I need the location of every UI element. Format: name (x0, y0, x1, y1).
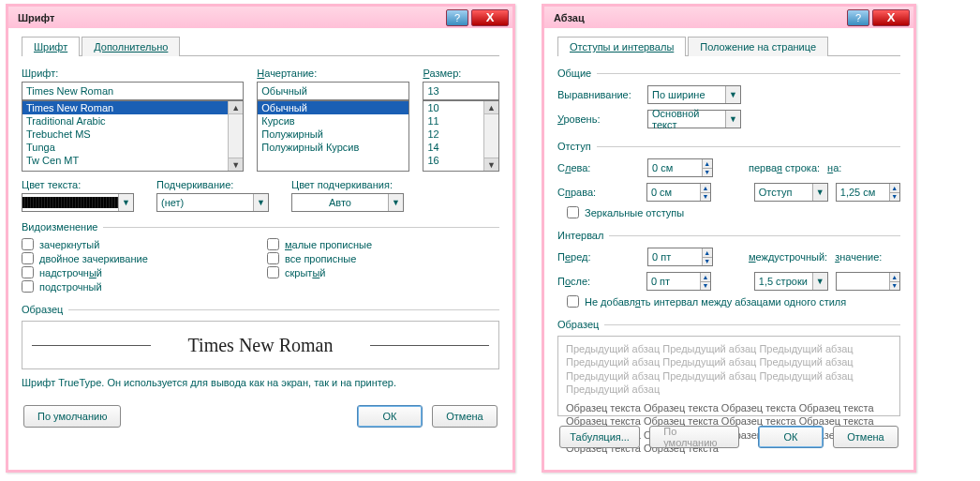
default-button[interactable]: По умолчанию (23, 405, 121, 428)
sample-text: Times New Roman (151, 335, 371, 356)
list-item[interactable]: Traditional Arabic (22, 114, 243, 128)
list-item[interactable]: Обычный (258, 101, 408, 114)
cancel-button[interactable]: Отмена (432, 405, 497, 428)
before-spin[interactable]: ▲▼ (647, 248, 713, 266)
chk-strike[interactable]: зачеркнутый (22, 238, 254, 250)
font-dialog: Шрифт ? X Шрифт Дополнительно Шрифт: Tim… (6, 4, 515, 473)
level-label: Уровень: (557, 113, 640, 125)
tabs: Шрифт Дополнительно (22, 36, 499, 56)
tab-font[interactable]: Шрифт (22, 37, 80, 56)
chk-nospace[interactable]: Не добавлять интервал между абзацами одн… (567, 295, 900, 308)
indent-group: Отступ (557, 141, 900, 152)
cancel-button[interactable]: Отмена (833, 426, 898, 448)
list-item[interactable]: Полужирный (258, 128, 408, 141)
list-item[interactable]: Tunga (22, 141, 243, 154)
text-color-label: Цвет текста: (22, 179, 143, 190)
help-button[interactable]: ? (446, 9, 468, 26)
sample-box: Times New Roman (22, 321, 499, 369)
sample-group: Образец (557, 319, 900, 330)
underline-label: Подчеркивание: (156, 179, 278, 190)
chk-hidden[interactable]: скрытый (267, 266, 499, 278)
scrollbar[interactable]: ▲▼ (228, 101, 243, 171)
paragraph-dialog: Абзац ? X Отступы и интервалы Положение … (542, 4, 916, 473)
ok-button[interactable]: ОК (357, 405, 423, 428)
left-spin[interactable]: ▲▼ (647, 158, 713, 177)
tab-indents[interactable]: Отступы и интервалы (557, 37, 686, 56)
firstline-by-spin[interactable]: ▲▼ (836, 183, 900, 202)
list-item[interactable]: Times New Roman (22, 101, 243, 114)
paragraph-sample: Предыдущий абзац Предыдущий абзац Предыд… (557, 336, 900, 416)
left-label: Слева: (557, 162, 640, 173)
dialog-title: Абзац (554, 12, 844, 23)
default-button[interactable]: По умолчанию (649, 426, 739, 448)
common-group: Общие (557, 68, 900, 79)
sample-group: Образец (22, 304, 499, 315)
underline-combo[interactable]: (нет)▼ (156, 193, 269, 212)
linespacing-label: междустрочный: (749, 251, 827, 263)
by-label: на: (827, 162, 841, 173)
tabs-button[interactable]: Табуляция... (559, 426, 640, 448)
text-color-combo[interactable]: .▼ (22, 193, 134, 212)
scrollbar[interactable]: ▲▼ (483, 101, 498, 171)
effects-group: Видоизменение (22, 221, 499, 233)
firstline-label: первая строка: (749, 162, 820, 173)
style-listbox[interactable]: Обычный Курсив Полужирный Полужирный Кур… (257, 100, 409, 172)
firstline-combo[interactable]: Отступ▼ (754, 183, 828, 202)
font-listbox[interactable]: Times New Roman Traditional Arabic Trebu… (22, 100, 244, 172)
right-label: Справа: (557, 187, 639, 198)
linespacing-combo[interactable]: 1,5 строки▼ (754, 272, 828, 291)
align-combo[interactable]: По ширине▼ (647, 85, 741, 104)
chk-smallcaps[interactable]: малые прописные (267, 238, 499, 250)
level-combo[interactable]: Основной текст▼ (647, 110, 741, 128)
style-label: Начертание: (257, 68, 409, 79)
tab-advanced[interactable]: Дополнительно (82, 37, 180, 56)
interval-group: Интервал (557, 230, 900, 241)
titlebar[interactable]: Абзац ? X (544, 4, 913, 28)
chk-sub[interactable]: подстрочный (22, 280, 254, 293)
close-button[interactable]: X (872, 9, 910, 26)
tabs: Отступы и интервалы Положение на страниц… (557, 36, 900, 56)
right-spin[interactable]: ▲▼ (646, 183, 711, 202)
size-label: Размер: (423, 68, 499, 79)
tab-position[interactable]: Положение на странице (688, 37, 828, 56)
size-input[interactable] (423, 82, 499, 100)
underline-color-combo[interactable]: Авто▼ (291, 193, 404, 212)
list-item[interactable]: Trebuchet MS (22, 128, 243, 141)
align-label: Выравнивание: (557, 89, 640, 100)
close-button[interactable]: X (471, 9, 509, 26)
value-label: значение: (835, 251, 882, 263)
chk-allcaps[interactable]: все прописные (267, 252, 499, 264)
font-label: Шрифт: (22, 68, 244, 79)
dialog-title: Шрифт (18, 12, 443, 23)
style-input[interactable] (257, 82, 409, 100)
after-label: После: (557, 276, 639, 287)
before-label: Перед: (557, 251, 640, 263)
size-listbox[interactable]: 10 11 12 14 16 ▲▼ (423, 100, 499, 172)
ok-button[interactable]: ОК (758, 426, 824, 448)
info-text: Шрифт TrueType. Он используется для выво… (22, 377, 499, 388)
list-item[interactable]: Курсив (258, 114, 408, 128)
list-item[interactable]: Полужирный Курсив (258, 141, 408, 154)
chk-super[interactable]: надстрочный (22, 266, 254, 278)
font-input[interactable] (22, 82, 244, 100)
chk-dblstrike[interactable]: двойное зачеркивание (22, 252, 254, 264)
help-button[interactable]: ? (847, 9, 869, 26)
linespacing-value-spin[interactable]: ▲▼ (836, 272, 900, 291)
list-item[interactable]: Tw Cen MT (22, 154, 243, 167)
after-spin[interactable]: ▲▼ (646, 272, 711, 291)
titlebar[interactable]: Шрифт ? X (8, 4, 512, 28)
underline-color-label: Цвет подчеркивания: (291, 179, 423, 190)
chk-mirror[interactable]: Зеркальные отступы (567, 206, 900, 218)
